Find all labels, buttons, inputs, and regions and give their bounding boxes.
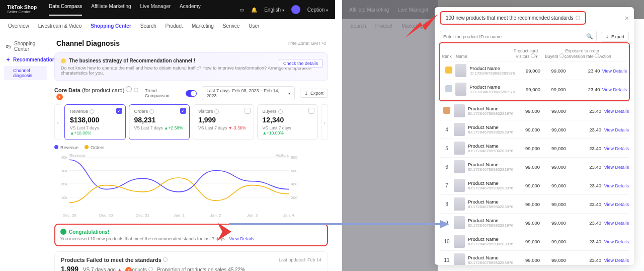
date-range-picker[interactable]: Last 7 days: Feb 08, 2023 – Feb 14, 2023…: [202, 86, 295, 100]
visitors-cell: 99,000: [514, 183, 540, 188]
view-details-link[interactable]: View Details: [602, 87, 627, 92]
view-details-link[interactable]: View Details: [604, 221, 629, 226]
view-details-link[interactable]: View Details: [602, 69, 627, 74]
avatar[interactable]: [291, 5, 300, 14]
th-visitors[interactable]: Product card Visitors ▾: [512, 48, 538, 59]
tab-marketing[interactable]: Marketing: [192, 23, 214, 29]
product-name[interactable]: Product NameID:172846789980283976: [468, 124, 514, 134]
backdrop[interactable]: [342, 0, 438, 271]
visitors-cell: 99,000: [515, 87, 541, 92]
product-thumb: [454, 142, 465, 155]
username[interactable]: Ception ▾: [307, 7, 328, 13]
topnav-academy[interactable]: Academy: [180, 4, 201, 16]
checkbox[interactable]: [308, 108, 314, 114]
conv-cell: 23.40: [566, 68, 600, 74]
metric-card-orders[interactable]: Orders 98,231 VS Last 7 days ▲+2.58%: [129, 104, 190, 140]
lightbulb-icon: [61, 58, 66, 63]
scroll-right-button[interactable]: ›: [321, 104, 328, 140]
topnav-live[interactable]: Live Manager: [140, 4, 171, 16]
checkbox[interactable]: [180, 108, 186, 114]
download-icon: ⤓: [605, 34, 609, 39]
modal-export-button[interactable]: ⤓Export: [601, 32, 629, 42]
checkbox[interactable]: [116, 108, 122, 114]
sidebar-item-recommendation[interactable]: ✦ Recommendation ˄: [4, 54, 47, 65]
product-name[interactable]: Product NameID:172846789980283976: [469, 65, 515, 76]
view-details-link[interactable]: View Details: [604, 183, 629, 188]
info-icon[interactable]: [576, 16, 580, 20]
th-buyers[interactable]: Buyers: [538, 53, 564, 59]
product-name[interactable]: Product NameID:172846789980283976: [468, 199, 514, 209]
view-details-link[interactable]: View Details: [229, 236, 254, 241]
product-name[interactable]: Product NameID:172846789980283976: [468, 162, 514, 172]
language-switch[interactable]: English ▾: [264, 7, 284, 13]
bell-icon[interactable]: 🔔: [251, 7, 257, 13]
svg-text:Dec. 30: Dec. 30: [99, 213, 113, 218]
view-details-link[interactable]: View Details: [604, 127, 629, 132]
product-thumb: [454, 216, 465, 229]
tab-livestream[interactable]: Livestream & Video: [38, 23, 82, 29]
timezone-label: Time Zone: GMT+0: [287, 41, 326, 46]
chevron-down-icon: ▾: [288, 91, 290, 96]
table-row: 5 Product NameID:172846789980283976 99,0…: [440, 139, 629, 157]
checkbox[interactable]: [245, 108, 251, 114]
product-name[interactable]: Product NameID:172846789980283976: [468, 236, 514, 246]
chat-icon[interactable]: ▭: [239, 7, 244, 13]
close-icon[interactable]: ×: [625, 14, 629, 22]
conv-cell: 23.40: [566, 108, 601, 114]
info-icon[interactable]: [214, 109, 219, 114]
banner-title: The business strategy of Recommendation …: [69, 58, 195, 63]
search-icon[interactable]: 🔍: [586, 33, 593, 40]
info-icon[interactable]: [134, 88, 138, 92]
buyers-cell: 99,000: [540, 183, 566, 188]
product-thumb: [454, 123, 465, 136]
sidebar-item-shopping[interactable]: 🛍 Shopping Center: [4, 38, 47, 54]
tab-service[interactable]: Service: [223, 23, 239, 29]
conv-cell: 23.40: [566, 127, 601, 132]
tab-user[interactable]: User: [249, 23, 259, 29]
fail-prop-value: 45.22%: [228, 267, 245, 271]
tab-overview[interactable]: Overview: [8, 23, 29, 29]
view-details-link[interactable]: View Details: [604, 109, 629, 114]
tab-search[interactable]: Search: [140, 23, 156, 29]
svg-text:40k: 40k: [61, 155, 68, 160]
th-rank: Rank: [442, 54, 456, 59]
product-name[interactable]: Product NameID:172846789980283976: [468, 180, 514, 190]
search-input[interactable]: [443, 34, 583, 39]
metric-card-buyers[interactable]: Buyers 12,340 VS Last 7 days ▲+10.00%: [257, 104, 318, 140]
tab-shopping[interactable]: Shopping Center: [91, 23, 131, 29]
export-button[interactable]: ⤓Export: [300, 89, 328, 98]
topnav-affiliate[interactable]: Affiliate Marketing: [91, 4, 131, 16]
view-details-link[interactable]: View Details: [604, 239, 629, 244]
info-icon[interactable]: [278, 109, 283, 114]
search-input-wrap[interactable]: 🔍: [440, 31, 597, 42]
table-row: 11 Product NameID:172846789980283976 99,…: [440, 250, 629, 265]
strategy-banner: The business strategy of Recommendation …: [54, 52, 328, 81]
product-name[interactable]: Product NameID:172846789980283976: [468, 255, 514, 265]
rank-cell: [442, 66, 455, 75]
info-icon[interactable]: [148, 267, 153, 271]
product-name[interactable]: Product NameID:172846789980283976: [468, 106, 514, 116]
check-details-button[interactable]: Check the details: [279, 59, 323, 68]
view-details-link[interactable]: View Details: [604, 258, 629, 263]
svg-text:Dec. 29: Dec. 29: [62, 213, 76, 218]
info-icon[interactable]: [163, 257, 168, 262]
metric-card-visitors[interactable]: Visitors 1,999 VS Last 7 days ▼-3.36%: [193, 104, 254, 140]
trend-toggle[interactable]: [186, 90, 197, 97]
th-conv[interactable]: Exposure to order conversion rate: [564, 48, 599, 59]
product-name[interactable]: Product NameID:172846789980283976: [469, 84, 515, 94]
view-details-link[interactable]: View Details: [604, 146, 629, 151]
product-name[interactable]: Product NameID:172846789980283976: [468, 218, 514, 228]
product-name[interactable]: Product NameID:172846789980283976: [468, 143, 514, 153]
scroll-left-button[interactable]: ‹: [54, 104, 61, 140]
info-icon[interactable]: [149, 109, 154, 114]
tab-product[interactable]: Product: [165, 23, 182, 29]
sidebar-subitem-channel-diagnosis[interactable]: Channel diagnosis: [4, 66, 47, 80]
info-icon[interactable]: [90, 109, 94, 114]
refresh-icon[interactable]: [126, 86, 132, 92]
topnav-data-compass[interactable]: Data Compass: [49, 4, 82, 16]
metric-card-revenue[interactable]: Revenue $138,000 VS Last 7 days ▲+10.00%: [64, 104, 126, 140]
product-thumb: [454, 253, 465, 265]
view-details-link[interactable]: View Details: [604, 202, 629, 207]
product-thumb: [454, 179, 465, 192]
view-details-link[interactable]: View Details: [604, 165, 629, 170]
